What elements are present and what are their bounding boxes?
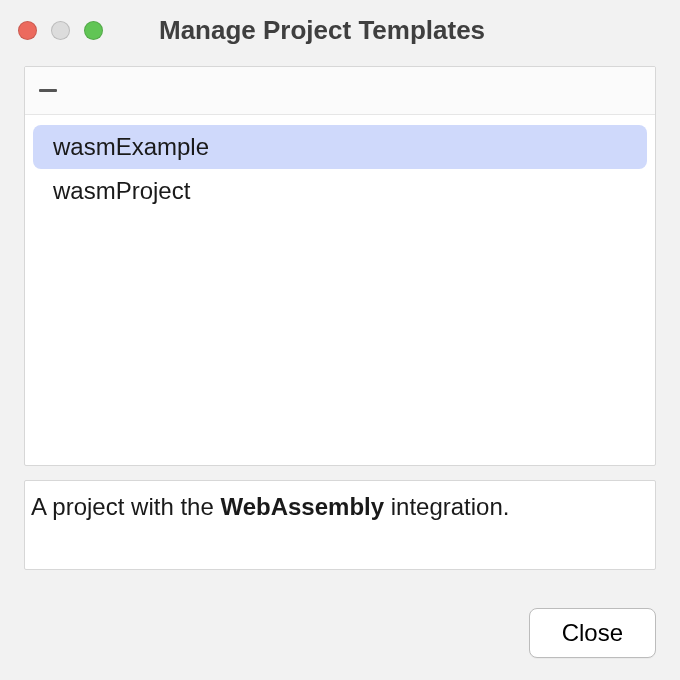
zoom-window-icon[interactable] [84, 21, 103, 40]
description-prefix: A project with the [31, 493, 220, 520]
remove-template-button[interactable] [39, 89, 57, 92]
template-name: wasmProject [53, 177, 190, 204]
description-bold: WebAssembly [220, 493, 384, 520]
window-title: Manage Project Templates [103, 15, 662, 46]
template-row[interactable]: wasmExample [33, 125, 647, 169]
dialog-content: wasmExample wasmProject A project with t… [0, 56, 680, 590]
template-name: wasmExample [53, 133, 209, 160]
template-list-container: wasmExample wasmProject [24, 66, 656, 466]
template-row[interactable]: wasmProject [33, 169, 647, 213]
close-button[interactable]: Close [529, 608, 656, 658]
template-list[interactable]: wasmExample wasmProject [25, 115, 655, 465]
dialog-footer: Close [0, 590, 680, 670]
description-suffix: integration. [384, 493, 509, 520]
list-toolbar [25, 67, 655, 115]
titlebar: Manage Project Templates [0, 0, 680, 56]
minus-icon [39, 89, 57, 92]
template-description: A project with the WebAssembly integrati… [24, 480, 656, 570]
minimize-window-icon[interactable] [51, 21, 70, 40]
window-controls [18, 21, 103, 40]
close-window-icon[interactable] [18, 21, 37, 40]
